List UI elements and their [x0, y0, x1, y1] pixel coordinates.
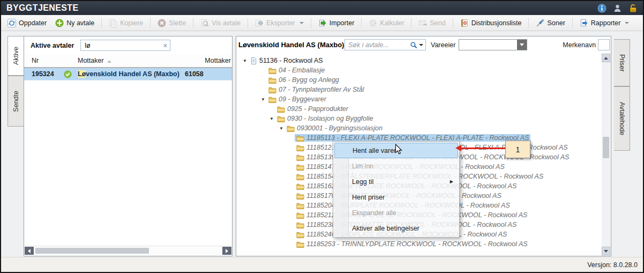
- column-header-mottakernr[interactable]: Mottaker: [185, 57, 232, 64]
- context-menu-item-aktiver-alle-betingelser[interactable]: Aktiver alle betingelser: [334, 220, 458, 236]
- search-icon[interactable]: [410, 41, 417, 49]
- tab-label: Aktive: [12, 47, 20, 65]
- agreements-filter-box[interactable]: ×: [80, 40, 170, 51]
- expander-collapse-icon[interactable]: ▼: [259, 97, 267, 102]
- tree-node-content[interactable]: 51136 - Rockwool AS: [249, 57, 325, 65]
- tab-avtalehode[interactable]: Avtalehode: [614, 86, 630, 151]
- vareeier-dropdown[interactable]: [459, 39, 527, 50]
- folder-icon: [296, 212, 304, 219]
- table-row[interactable]: 195324 Løvenskiold Handel AS (Maxbo) 610…: [24, 68, 232, 80]
- toolbar-separator: [411, 18, 411, 28]
- search-in-agreement-box[interactable]: [345, 39, 426, 50]
- tree-node[interactable]: 0925 - Papprodukter: [237, 104, 602, 114]
- toolbar-separator: [572, 18, 573, 28]
- tab-label: Sendte: [12, 91, 20, 112]
- agreement-detail-panel: Løvenskiold Handel AS (Maxbo) Vareeier M…: [236, 36, 611, 256]
- folder-icon: [296, 144, 304, 151]
- annotation-arrow-icon: [461, 147, 505, 149]
- toolbar-button-importer[interactable]: Importer: [314, 17, 359, 29]
- clear-filter-icon[interactable]: ×: [163, 42, 167, 49]
- left-tab-strip: AktiveSendte: [8, 36, 24, 127]
- folder-icon: [287, 125, 295, 132]
- toolbar-button-label: Oppdater: [19, 19, 47, 27]
- tree-node-label: 0925 - Papprodukter: [287, 105, 348, 113]
- tree-node-content[interactable]: 06 - Bygg og Anlegg: [267, 76, 341, 84]
- dropdown-button[interactable]: [517, 40, 527, 50]
- tree-node[interactable]: ▼51136 - Rockwool AS: [237, 56, 602, 65]
- tab-aktive[interactable]: Aktive: [8, 36, 24, 76]
- toolbar-button-rapporter[interactable]: Rapporter: [575, 17, 634, 29]
- agreements-filter-input[interactable]: [84, 41, 163, 50]
- toolbar-button-soner[interactable]: Soner: [531, 17, 569, 29]
- tree-node[interactable]: ▼0930001 - Bygningsisolasjon: [237, 123, 602, 133]
- tree-node[interactable]: 04 - Emballasje: [237, 65, 602, 75]
- tab-priser[interactable]: Priser: [614, 39, 630, 86]
- search-in-agreement-input[interactable]: [347, 41, 410, 49]
- agreement-title: Løvenskiold Handel AS (Maxbo): [238, 41, 345, 49]
- tree-node-content[interactable]: 11185113 - FLEXI A-PLATE ROCKWOOL - FLEX…: [295, 134, 530, 142]
- toolbar-button-label: Rapporter: [591, 19, 621, 27]
- tree-node-content[interactable]: 0925 - Papprodukter: [275, 105, 350, 113]
- scrollbar-thumb[interactable]: [603, 137, 609, 158]
- tree-node-content[interactable]: 0930001 - Bygningsisolasjon: [285, 124, 384, 132]
- folder-icon: [296, 241, 304, 248]
- reports-icon: [580, 19, 588, 27]
- scrollbar-thumb[interactable]: [35, 248, 149, 254]
- tree-node-label: 0930001 - Bygningsisolasjon: [297, 124, 383, 132]
- tree-node[interactable]: 06 - Bygg og Anlegg: [237, 75, 602, 85]
- tree-node-content[interactable]: 0930 - Isolasjon og Byggfolie: [275, 115, 375, 122]
- tree-node-content[interactable]: 07 - Tynnplateprofiler Av Stål: [267, 86, 366, 93]
- expander-collapse-icon[interactable]: ▼: [268, 116, 275, 121]
- tree-node-content[interactable]: 04 - Emballasje: [267, 67, 326, 74]
- toolbar-button-ny-avtale[interactable]: Ny avtale: [51, 17, 99, 29]
- scroll-right-icon[interactable]: [222, 247, 231, 255]
- horizontal-scrollbar[interactable]: [25, 246, 231, 255]
- toolbar-separator: [150, 18, 151, 28]
- folder-icon: [296, 183, 304, 190]
- tree-node-label: 04 - Emballasje: [279, 67, 325, 74]
- main-area: AktiveSendte Aktive avtaler × Nr Mottake…: [1, 31, 643, 257]
- menu-item-label: Legg til: [352, 178, 373, 186]
- toolbar-separator: [248, 18, 248, 28]
- expander-collapse-icon[interactable]: ▼: [241, 58, 249, 63]
- vertical-scrollbar[interactable]: [602, 54, 610, 255]
- column-header-nr[interactable]: Nr: [32, 57, 64, 64]
- agreements-header: Aktive avtaler ×: [24, 36, 232, 54]
- refresh-icon: [8, 19, 16, 27]
- tree-node-content[interactable]: 11185253 - TRINNLYDPLATE ROCKWOOL - ROCK…: [295, 240, 529, 248]
- app-title: BYGGTJENESTE: [6, 3, 79, 13]
- view-icon: [200, 19, 209, 27]
- context-menu-item-legg-til[interactable]: Legg til▶: [334, 174, 458, 189]
- context-menu-item-hent-priser[interactable]: Hent priser: [334, 189, 458, 205]
- app-window: BYGGTJENESTE OppdaterNy avtaleKopiereSle…: [0, 0, 644, 273]
- column-header-mottaker[interactable]: Mottaker: [78, 57, 185, 64]
- expander-collapse-icon[interactable]: ▼: [278, 126, 285, 131]
- import-icon: [318, 19, 327, 27]
- toolbar-button-label: Eksporter: [266, 19, 295, 27]
- folder-icon: [296, 222, 304, 228]
- tab-sendte[interactable]: Sendte: [8, 76, 24, 127]
- folder-icon: [296, 193, 304, 200]
- tree-node[interactable]: 07 - Tynnplateprofiler Av Stål: [237, 85, 602, 94]
- send-icon: [418, 19, 427, 27]
- tree-node[interactable]: 11185253 - TRINNLYDPLATE ROCKWOOL - ROCK…: [237, 239, 602, 249]
- tree-node-content[interactable]: 09 - Byggevarer: [267, 95, 328, 103]
- lock-icon[interactable]: [628, 4, 638, 13]
- row-nr: 195324: [32, 70, 64, 78]
- tab-label: Priser: [618, 54, 626, 72]
- scroll-down-icon[interactable]: [602, 247, 610, 255]
- user-icon[interactable]: [613, 4, 622, 13]
- scroll-left-icon[interactable]: [25, 247, 34, 255]
- tree-node[interactable]: ▼0930 - Isolasjon og Byggfolie: [237, 114, 602, 123]
- menu-item-label: Ekspander alle: [352, 209, 396, 217]
- toolbar-button-distribusjonsliste[interactable]: Distribusjonsliste: [456, 17, 526, 29]
- distribution-list-icon: [460, 19, 469, 27]
- search-options-caret-icon[interactable]: [419, 44, 423, 46]
- annotation-badge: 1: [505, 141, 530, 158]
- toolbar-button-oppdater[interactable]: Oppdater: [3, 17, 51, 29]
- scroll-up-icon[interactable]: [602, 54, 610, 62]
- merkenavn-input[interactable]: [598, 39, 610, 50]
- toolbar-button-label: Ny avtale: [66, 19, 94, 27]
- info-icon[interactable]: [597, 4, 606, 13]
- tree-node[interactable]: ▼09 - Byggevarer: [237, 94, 602, 104]
